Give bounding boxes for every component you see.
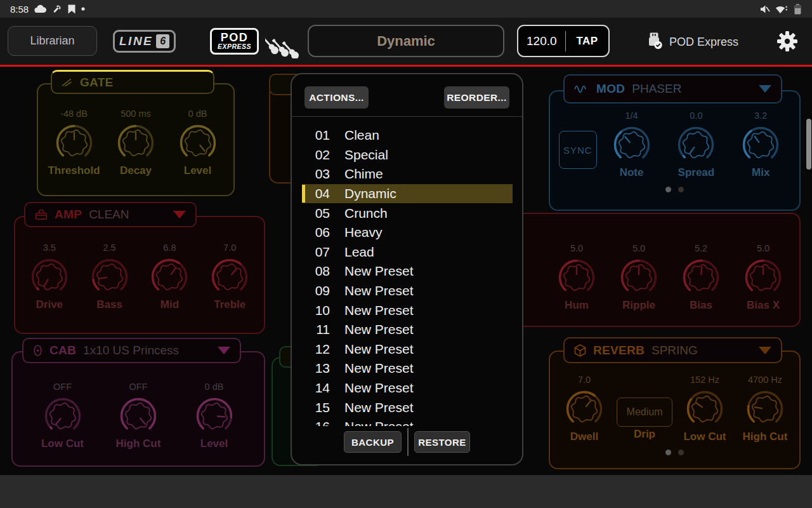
- knob-low-cut[interactable]: 152 HzLow Cut: [675, 375, 735, 443]
- preset-row[interactable]: 14New Preset: [302, 378, 513, 398]
- page-dot-active[interactable]: [665, 187, 671, 192]
- preset-row[interactable]: 13New Preset: [302, 359, 513, 378]
- preset-list-modal: ACTIONS... REORDER... 01Clean02Special03…: [291, 73, 523, 465]
- preset-row[interactable]: 10New Preset: [302, 300, 513, 320]
- knob-low-cut[interactable]: OFFLow Cut: [33, 382, 93, 450]
- preset-name: New Preset: [344, 264, 414, 279]
- knob-dwell[interactable]: 7.0Dwell: [554, 375, 614, 443]
- preset-row[interactable]: 12New Preset: [302, 340, 513, 359]
- preset-row[interactable]: 09New Preset: [302, 281, 513, 301]
- actions-button[interactable]: ACTIONS...: [304, 86, 369, 109]
- preset-row[interactable]: 02Special: [302, 145, 513, 165]
- knob-threshold[interactable]: -48 dBThreshold: [44, 109, 104, 177]
- knob-dial: [194, 396, 235, 436]
- knob-drip[interactable]: MediumDrip: [615, 375, 674, 441]
- preset-number: 02: [309, 147, 330, 163]
- knob-label: Threshold: [48, 164, 100, 177]
- knob-label: Bias X: [747, 299, 780, 312]
- knob-bias[interactable]: 5.2Bias: [671, 243, 731, 312]
- knob-dial: [684, 389, 725, 429]
- knob-dial: [556, 257, 597, 298]
- knob-label: Bass: [96, 298, 122, 311]
- cab-panel: OFFLow CutOFFHigh Cut0 dBLevel: [11, 351, 265, 467]
- line6-logo: LINE 6: [113, 30, 176, 53]
- knob-value: 5.2: [695, 243, 707, 256]
- guitars-icon[interactable]: [265, 32, 302, 61]
- preset-row[interactable]: 04Dynamic: [302, 184, 513, 204]
- value-select-box[interactable]: Medium: [617, 398, 672, 427]
- knob-high-cut[interactable]: 4700 HzHigh Cut: [735, 375, 795, 443]
- preset-row[interactable]: 06Heavy: [302, 223, 513, 243]
- librarian-button[interactable]: Librarian: [8, 26, 97, 56]
- knob-value: OFF: [129, 382, 148, 394]
- preset-row[interactable]: 05Crunch: [302, 203, 513, 223]
- knob-level[interactable]: 0 dBLevel: [168, 109, 228, 177]
- page-dot-inactive[interactable]: [678, 187, 684, 192]
- knob-drive[interactable]: 3.5Drive: [20, 243, 79, 311]
- preset-row[interactable]: 01Clean: [302, 126, 513, 145]
- reorder-button[interactable]: REORDER...: [444, 86, 509, 109]
- knob-label: Note: [620, 166, 644, 179]
- knob-dial: [681, 257, 721, 298]
- page-dot-active[interactable]: [665, 450, 671, 455]
- dropdown-arrow-icon: [173, 211, 186, 218]
- scrollbar-thumb[interactable]: [806, 119, 811, 170]
- preset-name-selector[interactable]: Dynamic: [308, 25, 504, 57]
- preset-row[interactable]: 08New Preset: [302, 262, 513, 281]
- knob-value: 4700 Hz: [748, 375, 782, 387]
- knob-treble[interactable]: 7.0Treble: [200, 243, 259, 311]
- dropdown-arrow-icon: [759, 85, 771, 93]
- preset-name: Crunch: [344, 206, 388, 221]
- preset-number: 13: [309, 361, 330, 376]
- amp-tab[interactable]: AMP CLEAN: [24, 202, 197, 227]
- knob-mix[interactable]: 3.2Mix: [731, 110, 790, 179]
- restore-button[interactable]: RESTORE: [414, 431, 470, 453]
- preset-name: Special: [344, 147, 388, 163]
- knob-value: 5.0: [632, 243, 645, 256]
- preset-row[interactable]: 15New Preset: [302, 398, 513, 417]
- knob-dial: [149, 257, 190, 297]
- knob-value: 5.0: [757, 243, 769, 256]
- cab-icon: [33, 344, 43, 357]
- knob-dial: [676, 124, 716, 165]
- preset-list[interactable]: 01Clean02Special03Chime04Dynamic05Crunch…: [292, 117, 522, 426]
- page-dots[interactable]: [550, 450, 799, 455]
- reverb-tab[interactable]: REVERB SPRING: [563, 337, 782, 363]
- knob-value: 152 Hz: [690, 375, 719, 387]
- tap-tempo-button[interactable]: TAP: [566, 35, 608, 48]
- pod-express-logo: POD EXPRESS: [210, 28, 259, 55]
- preset-row[interactable]: 03Chime: [302, 164, 513, 184]
- page-dots[interactable]: [550, 187, 799, 192]
- knob-label: Low Cut: [41, 438, 84, 450]
- knob-spread[interactable]: 0.0Spread: [666, 110, 726, 179]
- knob-level[interactable]: 0 dBLevel: [185, 382, 244, 450]
- settings-gear-icon[interactable]: [776, 30, 798, 55]
- mod-tab[interactable]: MOD PHASER: [563, 74, 782, 104]
- backup-button[interactable]: BACKUP: [344, 431, 402, 453]
- preset-row[interactable]: 16New Preset: [302, 417, 513, 426]
- wrench-icon: [52, 4, 62, 14]
- knob-mid[interactable]: 6.8Mid: [140, 243, 199, 311]
- knob-dial: [740, 124, 781, 165]
- mod-knob-row: SYNC 1/4Note0.0Spread3.2Mix: [550, 110, 799, 179]
- knob-note[interactable]: 1/4Note: [602, 110, 662, 179]
- knob-hum[interactable]: 5.0Hum: [547, 243, 606, 312]
- preset-row[interactable]: 11New Preset: [302, 320, 513, 340]
- gate-tab[interactable]: GATE: [51, 70, 214, 94]
- knob-dial: [43, 396, 83, 436]
- knob-bias-x[interactable]: 5.0Bias X: [733, 243, 793, 312]
- wifi-icon: [775, 4, 789, 14]
- cab-tab[interactable]: CAB 1x10 US Princess: [22, 338, 241, 363]
- knob-bass[interactable]: 2.5Bass: [80, 243, 140, 311]
- preset-row[interactable]: 07Lead: [302, 243, 513, 262]
- knob-high-cut[interactable]: OFFHigh Cut: [108, 382, 168, 450]
- knob-dial: [564, 389, 605, 429]
- pod-express-app: 8:58 Libra: [0, 0, 812, 508]
- dropdown-arrow-icon: [218, 347, 230, 354]
- sync-button[interactable]: SYNC: [559, 131, 597, 169]
- knob-decay[interactable]: 500 msDecay: [106, 109, 166, 177]
- tempo-value-button[interactable]: 120.0: [518, 34, 565, 48]
- knob-label: Low Cut: [683, 431, 726, 443]
- knob-ripple[interactable]: 5.0Ripple: [609, 243, 669, 312]
- page-dot-inactive[interactable]: [678, 450, 684, 455]
